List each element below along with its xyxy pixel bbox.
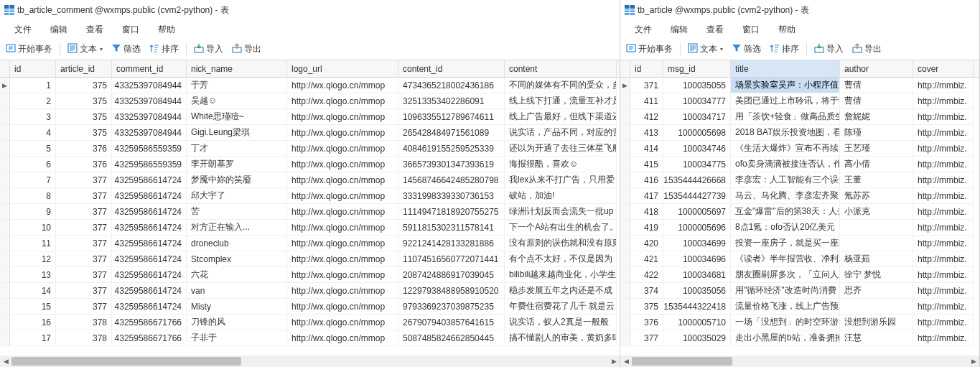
col-head-id[interactable]: id bbox=[10, 60, 56, 77]
cell-article_id[interactable]: 377 bbox=[56, 267, 112, 283]
table-row[interactable]: ▶137543325397084944于芳http://wx.qlogo.cn/… bbox=[0, 78, 620, 93]
cell-msg_id[interactable]: 100035056 bbox=[663, 283, 731, 299]
table-row[interactable]: 1137743259586614724droneclubhttp://wx.ql… bbox=[0, 236, 620, 251]
cell-id[interactable]: 418 bbox=[630, 204, 663, 220]
cell-content_id[interactable]: 3251335340228609​1 bbox=[398, 93, 505, 109]
cell-title[interactable]: 美团已通过上市聆讯，将于9 bbox=[731, 93, 840, 109]
cell-author[interactable]: 王艺瑾 bbox=[840, 141, 913, 157]
cell-author[interactable]: 曹倩 bbox=[840, 78, 913, 93]
cell-msg_id[interactable]: 100034681 bbox=[663, 267, 731, 283]
cell-content[interactable]: 绿洲计划反而会流失一批up bbox=[505, 204, 617, 220]
cell-id[interactable]: 375 bbox=[630, 299, 663, 315]
table-row[interactable]: 41310000056982018 BAT娱乐投资地图，看陈瑾http://mm… bbox=[620, 125, 979, 141]
toolbar-filter-button[interactable]: 筛选 bbox=[730, 42, 762, 57]
cell-msg_id[interactable]: 100035055 bbox=[663, 78, 731, 93]
cell-cover[interactable]: http://mmbiz. bbox=[913, 299, 974, 315]
cell-content[interactable]: 稳步发展五年之内还是不成 bbox=[505, 283, 617, 299]
cell-nick_name[interactable]: 六花 bbox=[187, 267, 287, 283]
cell-id[interactable]: 12 bbox=[10, 251, 56, 267]
table-row[interactable]: 537643259586559359丁才http://wx.qlogo.cn/m… bbox=[0, 141, 620, 157]
cell-article_id[interactable]: 377 bbox=[56, 172, 112, 188]
cell-comment_id[interactable]: 43325397084944 bbox=[112, 125, 187, 141]
cell-cover[interactable]: http://mmbiz. bbox=[913, 330, 974, 346]
cell-logo_url[interactable]: http://wx.qlogo.cn/mmop bbox=[287, 93, 398, 109]
cell-id[interactable]: 413 bbox=[630, 125, 663, 141]
cell-comment_id[interactable]: 43259586614724 bbox=[112, 172, 187, 188]
cell-article_id[interactable]: 376 bbox=[56, 141, 112, 157]
table-row[interactable]: ▶371100035055场景实验室吴声：小程序值曹倩http://mmbiz. bbox=[620, 78, 979, 93]
menu-帮助[interactable]: 帮助 bbox=[770, 22, 804, 38]
col-head-content[interactable]: content bbox=[505, 60, 617, 77]
table-row[interactable]: 437543325397084944Gigi.Leung梁琪http://wx.… bbox=[0, 125, 620, 141]
cell-title[interactable]: 《生活大爆炸》宣布不再续： bbox=[731, 141, 840, 157]
cell-author[interactable]: 陈瑾 bbox=[840, 125, 913, 141]
cell-author[interactable]: 高小倩 bbox=[840, 157, 913, 172]
cell-msg_id[interactable]: 1000005697 bbox=[663, 204, 731, 220]
cell-nick_name[interactable]: droneclub bbox=[187, 236, 287, 251]
cell-title[interactable]: 用"循环经济"改造时尚消费， bbox=[731, 283, 840, 299]
cell-article_id[interactable]: 377 bbox=[56, 188, 112, 204]
cell-content_id[interactable]: 265428484971561089 bbox=[398, 125, 505, 141]
cell-id[interactable]: 374 bbox=[630, 283, 663, 299]
cell-content_id[interactable]: 3331998339330736153 bbox=[398, 188, 505, 204]
table-row[interactable]: 1737843259586671766子非于http://wx.qlogo.cn… bbox=[0, 330, 620, 346]
col-head-article_id[interactable]: article_id bbox=[56, 60, 112, 77]
cell-article_id[interactable]: 377 bbox=[56, 204, 112, 220]
cell-title[interactable]: 场景实验室吴声：小程序值 bbox=[731, 78, 840, 93]
cell-id[interactable]: 411 bbox=[630, 93, 663, 109]
cell-logo_url[interactable]: http://wx.qlogo.cn/mmop bbox=[287, 157, 398, 172]
toolbar-text-button[interactable]: 文本▾ bbox=[686, 42, 724, 57]
table-row[interactable]: 3761000005710一场「没想到」的时空环游，没想到游乐园http://m… bbox=[620, 315, 979, 330]
cell-logo_url[interactable]: http://wx.qlogo.cn/mmop bbox=[287, 204, 398, 220]
table-row[interactable]: 1037743259586614724对方正在输入...http://wx.ql… bbox=[0, 220, 620, 236]
table-row[interactable]: 411100034777美团已通过上市聆讯，将于9曹倩http://mmbiz. bbox=[620, 93, 979, 109]
table-row[interactable]: 421100034696《读者》半年报营收、净利双杨亚茹http://mmbiz… bbox=[620, 251, 979, 267]
cell-content_id[interactable]: 1229793848895891052​0 bbox=[398, 283, 505, 299]
cell-msg_id[interactable]: 1000005696 bbox=[663, 220, 731, 236]
table-row[interactable]: 3751535444322418流量价格飞涨，线上广告预算http://mmbi… bbox=[620, 299, 979, 315]
cell-logo_url[interactable]: http://wx.qlogo.cn/mmop bbox=[287, 125, 398, 141]
cell-msg_id[interactable]: 100034775 bbox=[663, 157, 731, 172]
cell-content[interactable]: 我lex从来不打广告，只用爱 bbox=[505, 172, 617, 188]
cell-content_id[interactable]: 267907940385764161​5 bbox=[398, 315, 505, 330]
left-scrollbar[interactable]: ◀ ▶ bbox=[0, 356, 620, 367]
cell-cover[interactable]: http://mmbiz. bbox=[913, 220, 974, 236]
cell-id[interactable]: 11 bbox=[10, 236, 56, 251]
cell-comment_id[interactable]: 43259586614724 bbox=[112, 251, 187, 267]
cell-article_id[interactable]: 375 bbox=[56, 78, 112, 93]
cell-id[interactable]: 6 bbox=[10, 157, 56, 172]
cell-nick_name[interactable]: Gigi.Leung梁琪 bbox=[187, 125, 287, 141]
table-row[interactable]: 737743259586614724梦魇中妳的笑靥http://wx.qlogo… bbox=[0, 172, 620, 188]
menu-编辑[interactable]: 编辑 bbox=[42, 22, 76, 38]
cell-msg_id[interactable]: 1535444427739 bbox=[663, 188, 731, 204]
table-row[interactable]: 1537743259586614724Mistyhttp://wx.qlogo.… bbox=[0, 299, 620, 315]
cell-nick_name[interactable]: 于芳 bbox=[187, 78, 287, 93]
cell-comment_id[interactable]: 43259586614724 bbox=[112, 236, 187, 251]
cell-title[interactable]: 《读者》半年报营收、净利双 bbox=[731, 251, 840, 267]
cell-id[interactable]: 13 bbox=[10, 267, 56, 283]
col-head-msg_id[interactable]: msg_id bbox=[663, 60, 731, 77]
cell-content[interactable]: 线上线下打通，流量互补才是 bbox=[505, 93, 617, 109]
cell-nick_name[interactable]: 对方正在输入... bbox=[187, 220, 287, 236]
table-row[interactable]: 420100034699投资一座房子，就是买一座城http://mmbiz. bbox=[620, 236, 979, 251]
cell-comment_id[interactable]: 43259586614724 bbox=[112, 283, 187, 299]
cell-id[interactable]: 377 bbox=[630, 330, 663, 346]
cell-comment_id[interactable]: 43325397084944 bbox=[112, 109, 187, 125]
table-row[interactable]: 415100034775ofo卖身滴滴被接连否认，作高小倩http://mmbi… bbox=[620, 157, 979, 172]
cell-article_id[interactable]: 376 bbox=[56, 157, 112, 172]
cell-nick_name[interactable]: 梦魇中妳的笑靥 bbox=[187, 172, 287, 188]
cell-content_id[interactable]: 979336923703987523​5 bbox=[398, 299, 505, 315]
table-row[interactable]: 4171535444427739马云、马化腾、李彦宏齐聚氪苏苏http://mm… bbox=[620, 188, 979, 204]
cell-content_id[interactable]: 508748582466285044​5 bbox=[398, 330, 505, 346]
cell-nick_name[interactable]: 丁才 bbox=[187, 141, 287, 157]
cell-cover[interactable]: http://mmbiz. bbox=[913, 236, 974, 251]
cell-id[interactable]: 376 bbox=[630, 315, 663, 330]
toolbar-text-button[interactable]: 文本▾ bbox=[66, 42, 104, 57]
cell-logo_url[interactable]: http://wx.qlogo.cn/mmop bbox=[287, 283, 398, 299]
cell-id[interactable]: 416 bbox=[630, 172, 663, 188]
toolbar-export-button[interactable]: 导出 bbox=[851, 42, 883, 57]
cell-logo_url[interactable]: http://wx.qlogo.cn/mmop bbox=[287, 188, 398, 204]
cell-content[interactable]: 说实话，产品不同，对应的营 bbox=[505, 125, 617, 141]
cell-logo_url[interactable]: http://wx.qlogo.cn/mmop bbox=[287, 330, 398, 346]
cell-article_id[interactable]: 375 bbox=[56, 125, 112, 141]
